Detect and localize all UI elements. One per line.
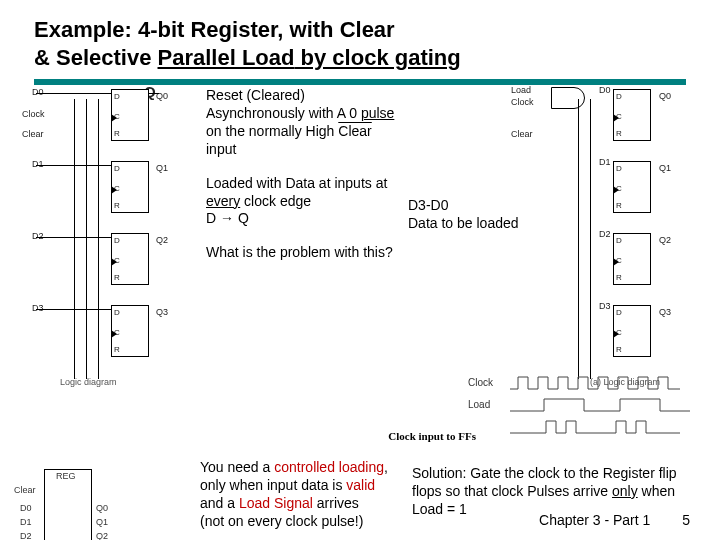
label-q2: Q2	[156, 235, 168, 245]
label-clear: Clear	[22, 129, 44, 139]
arrow-icon: →	[220, 210, 234, 226]
timing-row-clock: Clock	[468, 377, 493, 388]
para-reset: Reset (Cleared) Asynchronously with A 0 …	[206, 87, 396, 159]
title-line1: Example: 4-bit Register, with Clear	[34, 17, 395, 42]
label-clear-r: Clear	[511, 129, 533, 139]
chapter-label: Chapter 3 - Part 1	[539, 512, 650, 528]
or-gate-icon	[551, 87, 585, 109]
title-line2c: by clock gating	[294, 45, 460, 70]
label-d0: D0	[32, 87, 44, 97]
right-logic-diagram: Load Clock Clear D C R D0 Q0 D C R D1 Q1…	[523, 89, 698, 389]
slide-title: Example: 4-bit Register, with Clear & Se…	[0, 0, 720, 77]
flipflop-r0: D C R	[613, 89, 651, 141]
left-caption: Logic diagram	[60, 377, 180, 387]
solution-text: Solution: Gate the clock to the Register…	[412, 465, 692, 519]
label-rd0: D0	[599, 85, 611, 95]
timing-diagram: Clock Load	[468, 373, 698, 453]
page-number: 5	[682, 512, 690, 528]
flipflop-r2: D C R	[613, 233, 651, 285]
left-logic-diagram: D0 Clock Clear Q D C R Q0 D C R D1 Q1 D …	[36, 89, 186, 389]
label-q1: Q1	[156, 163, 168, 173]
label-rq2: Q2	[659, 235, 671, 245]
label-rq3: Q3	[659, 307, 671, 317]
label-clock-r: Clock	[511, 97, 534, 107]
middle-text-column: Reset (Cleared) Asynchronously with A 0 …	[206, 87, 396, 274]
title-line2b: Parallel Load	[158, 45, 295, 70]
flipflop-r3: D C R	[613, 305, 651, 357]
flipflop-3: D C R	[111, 305, 149, 357]
label-clock: Clock	[22, 109, 45, 119]
para-problem: What is the problem with this?	[206, 244, 396, 262]
label-rd3: D3	[599, 301, 611, 311]
problem-text: You need a controlled loading, only when…	[200, 459, 400, 531]
clock-ff-label: Clock input to FFs	[388, 430, 476, 442]
flipflop-1: D C R	[111, 161, 149, 213]
label-d3: D3	[32, 303, 44, 313]
label-rq1: Q1	[659, 163, 671, 173]
label-rd1: D1	[599, 157, 611, 167]
title-line2a: & Selective	[34, 45, 158, 70]
timing-row-load: Load	[468, 399, 490, 410]
flipflop-r1: D C R	[613, 161, 651, 213]
footer: Chapter 3 - Part 1 5	[539, 512, 690, 528]
label-rd2: D2	[599, 229, 611, 239]
label-load: Load	[511, 85, 531, 95]
para-loaded: Loaded with Data at inputs at every cloc…	[206, 175, 396, 229]
reg-title: REG	[56, 471, 76, 481]
register-symbol: REG Clear D0 D1 D2 D3 Q0 Q1 Q2 Q3	[22, 469, 112, 540]
label-d1: D1	[32, 159, 44, 169]
label-d2: D2	[32, 231, 44, 241]
data-label: D3-D0 Data to be loaded	[408, 197, 519, 233]
flipflop-2: D C R	[111, 233, 149, 285]
flipflop-0: D C R	[111, 89, 149, 141]
label-q3: Q3	[156, 307, 168, 317]
label-rq0: Q0	[659, 91, 671, 101]
